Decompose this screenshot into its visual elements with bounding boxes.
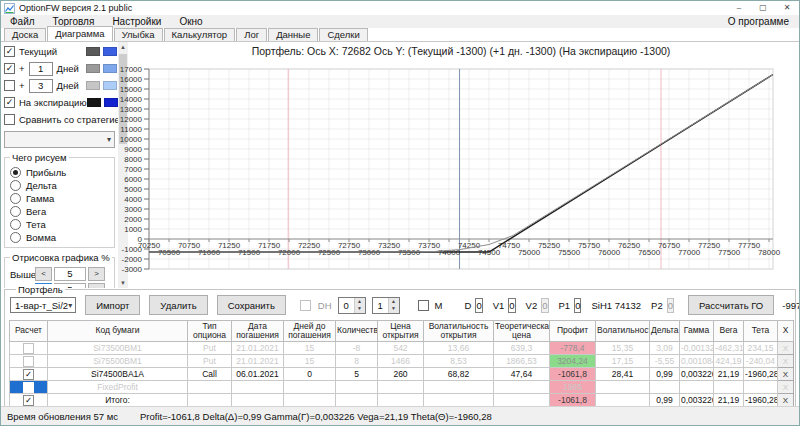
column-header[interactable]: Количество [336, 321, 378, 342]
draw-option-Тета[interactable]: Тета [10, 218, 111, 231]
row-calc-cell[interactable] [10, 381, 48, 394]
column-header[interactable]: Код бумаги [48, 321, 188, 342]
row-checkbox[interactable] [23, 382, 34, 393]
compare-checkbox[interactable] [4, 114, 15, 125]
tab-Сделки[interactable]: Сделки [319, 28, 367, 41]
row-calc-cell[interactable] [10, 342, 48, 355]
range-above-decrease-button[interactable]: < [35, 267, 52, 281]
column-header[interactable]: Волатильность [596, 321, 650, 342]
spinner-down-icon[interactable]: ▼ [389, 305, 399, 313]
radio-icon[interactable] [10, 193, 21, 204]
row-type-cell: Call [188, 368, 232, 381]
spinner-up-icon[interactable]: ▲ [389, 298, 399, 306]
minimize-button[interactable]: – [727, 1, 751, 15]
row-checkbox[interactable] [23, 343, 34, 354]
import-button[interactable]: Импорт [85, 295, 140, 315]
column-header[interactable]: Тета [744, 321, 778, 342]
column-header[interactable]: Вега [714, 321, 744, 342]
row-delete-button[interactable]: X [778, 394, 794, 407]
row-profit-cell: 1965 [550, 381, 596, 394]
curve-checkbox[interactable] [4, 80, 15, 91]
column-header[interactable]: Тип опциона [188, 321, 232, 342]
range-above-value[interactable]: 5 [54, 267, 86, 281]
y-axis-label: 8000 [124, 155, 142, 164]
row-delete-button[interactable]: X [778, 368, 794, 381]
v1-input[interactable]: 0 [508, 298, 515, 313]
radio-icon[interactable] [10, 232, 21, 243]
row-qty-cell: 8 [336, 355, 378, 368]
curve-color-swatch-1[interactable] [86, 81, 100, 90]
radio-icon[interactable] [10, 206, 21, 217]
draw-option-Гамма[interactable]: Гамма [10, 192, 111, 205]
radio-icon[interactable] [10, 167, 21, 178]
row-checkbox[interactable]: ✓ [23, 369, 34, 380]
spinner-arrows[interactable]: ▲▼ [388, 298, 399, 313]
menu-item-Файл[interactable]: Файл [1, 15, 44, 28]
column-header[interactable]: Дней до погашения [284, 321, 336, 342]
curve-days-input[interactable]: 1 [29, 62, 53, 76]
radio-icon[interactable] [10, 180, 21, 191]
row-theta-cell: -1960,28 [744, 368, 778, 381]
curve-checkbox[interactable]: ✓ [4, 46, 15, 57]
row-calc-cell[interactable]: ✓ [10, 368, 48, 381]
dh-checkbox[interactable] [300, 300, 311, 311]
tab-Диаграмма[interactable]: Диаграмма [47, 26, 112, 41]
draw-option-Вега[interactable]: Вега [10, 205, 111, 218]
curve-color-swatch-1[interactable] [86, 64, 100, 73]
curve-checkbox[interactable]: ✓ [4, 63, 15, 74]
row-delta-cell: 3,09 [650, 342, 680, 355]
dh-spinner-1[interactable]: 0 ▲▼ [338, 297, 366, 314]
row-calc-cell[interactable]: ✓ [10, 394, 48, 407]
tab-Улыбка[interactable]: Улыбка [114, 28, 163, 41]
column-header[interactable]: Гамма [680, 321, 714, 342]
tab-Доска[interactable]: Доска [4, 28, 46, 41]
column-header[interactable]: Теоретическая цена [494, 321, 550, 342]
column-header[interactable]: Цена открытия [378, 321, 424, 342]
menu-about[interactable]: О программе [718, 16, 799, 27]
draw-option-Вомма[interactable]: Вомма [10, 231, 111, 244]
curve-checkbox[interactable]: ✓ [4, 97, 15, 108]
spinner-arrows[interactable]: ▲▼ [354, 298, 365, 313]
calc-margin-button[interactable]: Рассчитать ГО [688, 295, 774, 315]
row-calc-cell[interactable] [10, 355, 48, 368]
row-delete-button[interactable]: X [778, 381, 794, 394]
curve-days-input[interactable]: 3 [29, 79, 53, 93]
portfolio-selector[interactable]: 1-вар-т_Si/2 ▾ [10, 297, 76, 313]
row-checkbox[interactable]: ✓ [23, 395, 34, 406]
scroll-up-icon[interactable]: ▲ [118, 42, 128, 52]
maximize-button[interactable]: ▢ [751, 1, 775, 15]
column-header[interactable]: Дельта [650, 321, 680, 342]
portfolio-controls: 1-вар-т_Si/2 ▾ Импорт Удалить Сохранить … [10, 295, 790, 315]
row-delete-button[interactable]: X [778, 355, 794, 368]
tab-Калькулятор[interactable]: Калькулятор [164, 28, 236, 41]
column-header[interactable]: X [778, 321, 794, 342]
spinner-down-icon[interactable]: ▼ [355, 305, 365, 313]
column-header[interactable]: Расчет [10, 321, 48, 342]
tab-Данные[interactable]: Данные [268, 28, 318, 41]
draw-option-Дельта[interactable]: Дельта [10, 179, 111, 192]
delete-button[interactable]: Удалить [149, 295, 207, 315]
save-button[interactable]: Сохранить [217, 295, 286, 315]
row-delete-button[interactable]: X [778, 342, 794, 355]
row-checkbox[interactable] [23, 356, 34, 367]
portfolio-selector-value: 1-вар-т_Si/2 [15, 300, 68, 311]
tab-Лог[interactable]: Лог [236, 28, 267, 41]
column-header[interactable]: Волатильность открытия [424, 321, 494, 342]
d-input[interactable]: 0 [475, 298, 482, 313]
strategy-dropdown[interactable]: ▾ [4, 131, 115, 148]
curve-label: + [19, 63, 25, 74]
column-header[interactable]: Профит [550, 321, 596, 342]
p1-input[interactable]: 0 [574, 298, 581, 313]
curve-color-swatch-2[interactable] [103, 47, 117, 56]
spinner-up-icon[interactable]: ▲ [355, 298, 365, 306]
curve-color-swatch-1[interactable] [87, 98, 101, 107]
menu-item-Окно[interactable]: Окно [170, 15, 211, 28]
curve-color-swatch-1[interactable] [86, 47, 100, 56]
close-button[interactable]: ✕ [775, 1, 799, 15]
draw-option-Прибыль[interactable]: Прибыль [10, 166, 111, 179]
menu-item-Настройки[interactable]: Настройки [103, 15, 170, 28]
column-header[interactable]: Дата погашения [232, 321, 284, 342]
m-checkbox[interactable] [418, 300, 429, 311]
radio-icon[interactable] [10, 219, 21, 230]
dh-spinner-2[interactable]: 1 ▲▼ [372, 297, 400, 314]
